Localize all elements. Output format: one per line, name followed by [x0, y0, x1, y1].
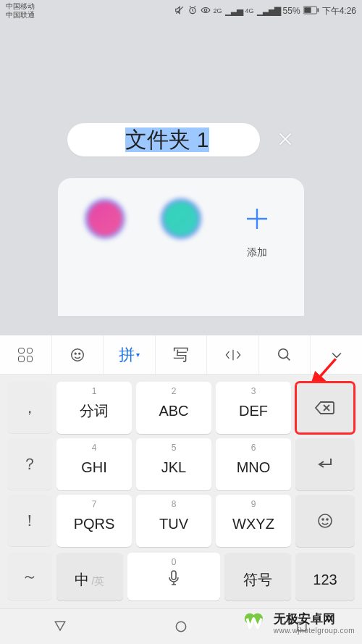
watermark-title: 无极安卓网	[274, 613, 355, 627]
key-emoji[interactable]	[295, 495, 355, 547]
apps-icon[interactable]	[0, 335, 52, 374]
folder-name-input[interactable]	[88, 127, 247, 152]
svg-point-12	[79, 353, 80, 354]
app-slot-2[interactable]	[147, 198, 216, 316]
collapse-keyboard-icon[interactable]	[311, 335, 362, 374]
ime-keyboard: 拼▾ 写 ， 1分词 2ABC 3DEF ？ 4GHI 5JKL 6MNO	[0, 335, 362, 644]
key-enter[interactable]	[295, 438, 355, 490]
cursor-move-icon[interactable]	[207, 335, 259, 374]
key-8-tuv[interactable]: 8TUV	[136, 495, 211, 547]
svg-point-22	[327, 519, 328, 520]
key-0-space-mic[interactable]: 0	[127, 553, 220, 601]
net-4g: 4G	[245, 7, 254, 14]
key-4-ghi[interactable]: 4GHI	[56, 438, 132, 490]
svg-point-11	[75, 353, 76, 354]
svg-point-25	[176, 622, 185, 631]
svg-rect-23	[172, 571, 176, 580]
close-folder-edit-button[interactable]	[276, 126, 295, 154]
folder-panel: 添加	[58, 178, 304, 316]
key-5-jkl[interactable]: 5JKL	[136, 438, 211, 490]
svg-point-20	[319, 514, 332, 527]
svg-point-2	[204, 9, 207, 12]
app-icon-2	[161, 198, 201, 239]
search-icon[interactable]	[259, 335, 311, 374]
key-symbol[interactable]: 符号	[224, 553, 291, 601]
watermark-logo-icon	[243, 611, 269, 637]
app-icon-1	[85, 198, 125, 239]
app-slot-1[interactable]	[71, 198, 140, 316]
key-exclaim[interactable]: ！	[7, 495, 52, 547]
key-9-wxyz[interactable]: 9WXYZ	[216, 495, 291, 547]
plus-icon	[237, 198, 277, 239]
alarm-icon	[188, 5, 198, 17]
folder-edit-area: 添加	[0, 22, 362, 316]
mute-icon	[174, 5, 185, 17]
key-6-mno[interactable]: 6MNO	[216, 438, 291, 490]
add-app-button[interactable]: 添加	[222, 198, 291, 316]
ime-toolbar: 拼▾ 写	[0, 335, 362, 375]
key-lang-toggle[interactable]: 中/英	[56, 553, 123, 601]
key-question[interactable]: ？	[7, 438, 52, 490]
ime-mode-handwrite[interactable]: 写	[156, 335, 208, 374]
key-7-pqrs[interactable]: 7PQRS	[56, 495, 132, 547]
battery-text: 55%	[283, 6, 300, 16]
nav-back-button[interactable]	[51, 618, 69, 635]
status-bar: 中国移动 中国联通 2G ▁▃▅ 4G ▁▃▅▇ 55% 下午4:26	[0, 0, 362, 22]
ime-bottom-row: ～ 中/英 0 符号 123	[0, 553, 362, 608]
svg-point-14	[279, 348, 288, 358]
svg-line-15	[287, 356, 290, 360]
carrier-1: 中国移动	[6, 3, 35, 10]
emoji-icon[interactable]	[52, 335, 104, 374]
key-backspace[interactable]	[295, 382, 355, 434]
battery-icon	[303, 6, 319, 17]
key-2-abc[interactable]: 2ABC	[136, 382, 211, 434]
key-comma[interactable]: ，	[7, 382, 52, 434]
folder-name-pill	[67, 123, 260, 156]
signal-1-icon: ▁▃▅	[225, 6, 243, 16]
eye-icon	[201, 5, 211, 17]
key-123[interactable]: 123	[295, 553, 355, 601]
ime-key-grid: ， 1分词 2ABC 3DEF ？ 4GHI 5JKL 6MNO ！ 7PQRS…	[0, 375, 362, 553]
nav-home-button[interactable]	[172, 618, 190, 635]
signal-2-icon: ▁▃▅▇	[257, 6, 280, 16]
svg-rect-5	[317, 8, 319, 12]
ime-mode-pinyin[interactable]: 拼▾	[104, 335, 156, 374]
time-text: 下午4:26	[322, 5, 356, 17]
add-label: 添加	[247, 246, 267, 259]
svg-rect-4	[304, 7, 311, 13]
carrier-2: 中国联通	[6, 12, 35, 19]
status-right: 2G ▁▃▅ 4G ▁▃▅▇ 55% 下午4:26	[174, 5, 356, 17]
net-2g: 2G	[214, 7, 222, 14]
watermark-url: www.wjhotelgroup.com	[274, 627, 355, 635]
svg-point-21	[322, 519, 324, 520]
carrier-block: 中国移动 中国联通	[6, 3, 35, 19]
svg-point-10	[72, 348, 84, 361]
watermark: 无极安卓网 www.wjhotelgroup.com	[243, 611, 355, 637]
svg-marker-24	[56, 622, 65, 630]
key-3-def[interactable]: 3DEF	[216, 382, 291, 434]
key-tilde[interactable]: ～	[7, 553, 52, 601]
key-1-fenci[interactable]: 1分词	[56, 382, 132, 434]
